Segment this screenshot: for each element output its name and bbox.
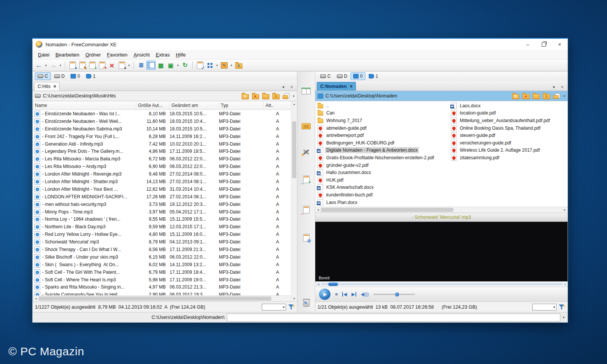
file-row[interactable]: - Skin ( Swans ) - Everything At On...6,… — [33, 261, 291, 268]
forward-button[interactable]: → — [49, 61, 58, 70]
folder-tree-button[interactable] — [300, 121, 312, 132]
path-menu-button[interactable]: ▾ — [292, 91, 296, 100]
left-path-bar[interactable]: C:\Users\zelda\Desktop\Musik\Hits ◷♥↑\▾ — [33, 91, 297, 101]
column-header-4[interactable]: Att.. — [264, 101, 291, 110]
file-item[interactable]: .. — [315, 102, 449, 110]
forward-menu-button[interactable]: ▾ — [58, 61, 62, 70]
back-button[interactable]: ← — [34, 61, 43, 70]
settings-list-button[interactable]: ✓ — [195, 61, 204, 70]
file-item[interactable]: Online Booking Oasis Spa, Thailand.pdf — [449, 124, 568, 132]
volume-icon[interactable]: ◀))) — [361, 292, 369, 297]
file-row[interactable]: - Sparks and Rita Mitsouko - Singing in.… — [33, 283, 291, 291]
folder-s-button[interactable]: S — [234, 61, 243, 70]
menu-datei[interactable]: Datei — [35, 51, 52, 58]
column-header-2[interactable]: Geändert am — [170, 101, 219, 110]
right-tab[interactable]: C:Nomaden × — [317, 82, 356, 91]
menu-ansicht[interactable]: Ansicht — [131, 51, 153, 58]
root-folder-button[interactable]: \ — [271, 91, 280, 100]
menu-bearbeiten[interactable]: Bearbeiten — [52, 51, 82, 58]
selection-tool-button[interactable]: ✎ — [220, 61, 229, 70]
left-vscroll-track[interactable] — [291, 107, 297, 296]
file-row[interactable]: - Les Rita Mitsouko ~ Andy.mp36,90 MB06.… — [33, 163, 291, 170]
right-drive-1[interactable]: 1 — [366, 72, 381, 80]
copy-path-button[interactable] — [281, 91, 291, 100]
file-row[interactable]: - Soft Cell - The Girl With The Patent..… — [33, 268, 291, 276]
copy-button[interactable]: + — [88, 61, 97, 70]
edit-file-button[interactable]: ✎ — [78, 61, 87, 70]
copy-path-button[interactable] — [552, 91, 561, 100]
move-to-left-button[interactable]: ← — [300, 204, 312, 215]
right-drive-D[interactable]: D — [334, 72, 350, 80]
left-horizontal-scrollbar[interactable]: ◂ ▸ — [33, 295, 297, 301]
left-drive-1[interactable]: 1 — [83, 72, 98, 80]
left-tab[interactable]: C:Hits × — [34, 82, 60, 91]
file-item[interactable]: Gratis-Ebook-Profitable-Nischenseiten-er… — [315, 154, 449, 162]
attributes-menu-button[interactable]: ▾ — [127, 61, 131, 70]
file-item[interactable]: gründer-guide-v2.pdf — [315, 162, 449, 169]
column-header-1[interactable]: Größe Aut... — [136, 101, 170, 110]
file-item[interactable]: Wohnung 7_2017 — [315, 117, 449, 124]
left-hscroll-track[interactable] — [39, 296, 291, 301]
file-row[interactable]: - men without hats-security.mp33,73 MB19… — [33, 201, 291, 208]
file-row[interactable]: - Legendary Pink Dots - The Gallery.m...… — [33, 147, 291, 155]
file-row[interactable]: - London After Midnight - Revenge.mp39,4… — [33, 170, 291, 178]
menu-ordner[interactable]: Ordner — [82, 51, 104, 58]
quick-launch-menu-button[interactable]: ▾ — [215, 61, 219, 70]
right-hscroll-thumb[interactable] — [321, 208, 453, 212]
seek-thumb[interactable] — [328, 282, 338, 286]
history-folder-button[interactable]: ◷ — [511, 91, 520, 100]
views-menu-button[interactable]: ▾ — [176, 61, 180, 70]
table-view-button[interactable]: ▦ — [156, 61, 165, 70]
left-drive-C[interactable]: C — [35, 72, 51, 80]
file-row[interactable]: - Silke Bischoff - Under your skin.mp36,… — [33, 253, 291, 261]
left-hscroll-thumb[interactable] — [39, 297, 271, 301]
file-row[interactable]: - Red Lorry Yellow Lorry - Hollow Eye...… — [33, 231, 291, 238]
file-item[interactable]: KSK Anwartschaft.docx — [315, 184, 449, 191]
left-tab-menu-button[interactable]: ▾ — [280, 85, 286, 89]
scroll-down-icon[interactable]: ▾ — [291, 296, 297, 301]
selection-menu-button[interactable]: ▾ — [230, 61, 233, 70]
details-view-button[interactable] — [146, 61, 156, 70]
command-input[interactable] — [227, 314, 560, 322]
left-vscroll-thumb[interactable] — [292, 121, 296, 178]
right-tab-close-icon[interactable]: × — [350, 84, 352, 89]
file-item[interactable]: HUK.pdf — [315, 176, 449, 184]
file-item[interactable]: zitatesammlung.pdf — [449, 154, 568, 162]
play-button[interactable]: ▶ — [319, 289, 330, 300]
file-item[interactable]: antreiberreport.pdf — [315, 132, 449, 139]
right-panel-close-button[interactable]: × — [559, 85, 565, 89]
attributes-button[interactable]: ● — [117, 61, 126, 70]
menu-favoriten[interactable]: Favoriten — [104, 51, 131, 58]
compare-panels-button[interactable] — [300, 86, 312, 97]
right-drive-C[interactable]: C — [318, 72, 333, 80]
scroll-left-icon[interactable]: ◂ — [33, 297, 39, 300]
copy-to-left-button[interactable]: +← — [300, 174, 312, 185]
file-item[interactable]: kundenfinden-buch.pdf — [315, 191, 449, 199]
command-history-caret-icon[interactable]: ▾ — [563, 315, 565, 319]
column-header-3[interactable]: Typ — [219, 101, 264, 110]
seek-forward-icon[interactable]: ▸ — [565, 283, 566, 286]
next-track-button[interactable]: ▶ — [351, 292, 356, 297]
tools-button[interactable]: ★ — [300, 147, 312, 157]
file-row[interactable]: - Suicide Commando-See You In Hell....2,… — [33, 291, 291, 295]
file-item[interactable]: Wireless Life Guide 2. Auflage 2017.pdf — [449, 147, 568, 154]
scroll-left-icon[interactable]: ◂ — [315, 208, 321, 212]
right-path-bar[interactable]: C:\Users\zelda\Desktop\Nomaden ◷♥↑\▾ — [315, 91, 568, 101]
refresh-button[interactable]: ↻ — [181, 61, 190, 70]
stop-button[interactable]: ■ — [335, 292, 338, 297]
volume-thumb[interactable] — [395, 292, 399, 297]
scroll-up-icon[interactable]: ▴ — [291, 101, 297, 107]
file-item[interactable]: steuern-guide.pdf — [449, 132, 568, 139]
file-item[interactable]: Can — [315, 110, 449, 117]
file-row[interactable]: - Front 242 - Tragedy For You (Full L...… — [33, 133, 291, 140]
close-button[interactable]: × — [552, 39, 568, 50]
file-item[interactable]: Digitale Nomaden - Fragen & Antworten.do… — [315, 147, 449, 154]
file-row[interactable]: - Einstürzende Neubauten - Weil Weil...1… — [33, 118, 291, 125]
seek-back-icon[interactable]: ◂◂ — [317, 283, 319, 286]
favorites-folder-button[interactable]: ♥ — [251, 91, 260, 100]
seek-track[interactable] — [321, 284, 563, 285]
file-row[interactable]: - London After Midnight - Your Best ...1… — [33, 185, 291, 193]
root-folder-button[interactable]: \ — [542, 91, 551, 100]
volume-slider[interactable] — [373, 294, 415, 295]
file-item[interactable]: Bedingungen_HUK-COBURG.pdf — [315, 139, 449, 147]
